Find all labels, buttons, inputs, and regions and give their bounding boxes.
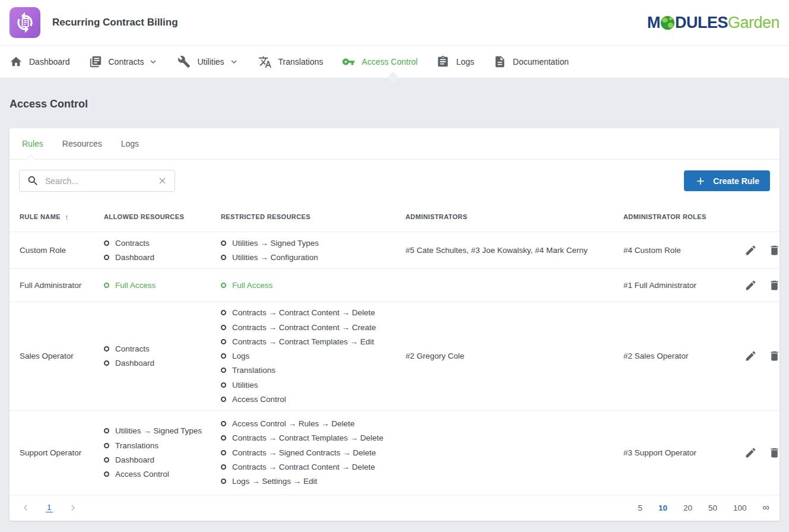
page-size-option[interactable]: 100 <box>733 504 747 512</box>
sort-asc-icon[interactable]: ↑ <box>65 213 69 221</box>
resource-item: Dashboard <box>104 452 221 467</box>
nav-label: Dashboard <box>29 57 70 66</box>
administrator-roles-cell: #2 Sales Operator <box>623 352 733 360</box>
resource-bullet-icon <box>221 479 226 484</box>
nav-item-translations[interactable]: Translations <box>249 46 333 78</box>
page-size-option[interactable]: 20 <box>683 504 692 512</box>
document-icon <box>493 55 506 68</box>
chevron-left-icon <box>20 502 31 514</box>
app-logo <box>9 7 40 38</box>
edit-button[interactable] <box>744 279 757 292</box>
page-size-option[interactable]: 50 <box>708 504 717 512</box>
tab-bar: Rules Resources Logs <box>9 128 780 160</box>
column-header-allowed-resources[interactable]: ALLOWED RESOURCES <box>104 213 221 220</box>
wrench-icon <box>178 55 191 68</box>
column-header-administrator-roles[interactable]: ADMINISTRATOR ROLES <box>623 213 733 220</box>
resource-item: Logs <box>221 349 405 363</box>
resource-bullet-icon <box>221 339 226 344</box>
resource-item: Contracts <box>104 236 221 250</box>
edit-button[interactable] <box>744 350 757 362</box>
chevron-down-icon <box>229 56 239 67</box>
access-control-card: Rules Resources Logs Create Rule RULE NA… <box>9 128 780 521</box>
resource-item: Utilities → Signed Types <box>221 236 405 250</box>
chevron-right-icon <box>67 502 79 514</box>
next-page-button[interactable] <box>67 502 79 514</box>
resource-bullet-icon <box>104 346 109 352</box>
column-header-rule-name[interactable]: RULE NAME ↑ <box>20 213 104 221</box>
edit-button[interactable] <box>744 446 757 459</box>
tab-logs[interactable]: Logs <box>112 128 148 159</box>
allowed-resources-list: Utilities → Signed Types Translations Da… <box>104 424 221 482</box>
restricted-resources-list: Utilities → Signed Types Utilities → Con… <box>221 236 405 265</box>
page-navigation: 1 <box>20 502 93 514</box>
modulesgarden-logo: M DULES Garden <box>647 14 780 32</box>
edit-button[interactable] <box>744 244 757 256</box>
brand-suffix: Garden <box>728 14 780 32</box>
resource-item: Full Access <box>221 278 405 292</box>
resource-item: Contracts → Signed Contracts → Delete <box>221 445 405 460</box>
column-header-restricted-resources[interactable]: RESTRICTED RESOURCES <box>221 213 405 220</box>
resource-bullet-icon <box>221 397 226 402</box>
nav-item-access-control[interactable]: Access Control <box>332 46 427 78</box>
administrator-roles-cell: #1 Full Administrator <box>623 281 733 290</box>
delete-button[interactable] <box>768 244 781 256</box>
administrators-cell: #5 Cate Schultes, #3 Joe Kowalsky, #4 Ma… <box>405 246 623 255</box>
globe-icon <box>661 16 674 30</box>
tab-rules[interactable]: Rules <box>12 128 53 159</box>
tab-resources[interactable]: Resources <box>53 128 112 159</box>
main-nav: Dashboard Contracts Utilities Translatio… <box>0 46 789 78</box>
administrator-roles-cell: #3 Support Operator <box>623 448 733 457</box>
plus-icon <box>695 175 706 187</box>
clear-search-icon[interactable] <box>157 176 167 186</box>
nav-item-logs[interactable]: Logs <box>427 46 483 78</box>
restricted-resources-list: Contracts → Contract Content → Delete Co… <box>221 306 405 407</box>
nav-label: Translations <box>278 57 324 66</box>
brand-middle: DULES <box>675 14 728 32</box>
restricted-resources-list: Access Control → Rules → Delete Contract… <box>221 416 405 488</box>
resource-item: Access Control <box>104 467 221 481</box>
trash-icon <box>768 446 781 459</box>
create-rule-button[interactable]: Create Rule <box>684 170 770 191</box>
table-header: RULE NAME ↑ ALLOWED RESOURCES RESTRICTED… <box>9 202 780 232</box>
resource-bullet-icon <box>221 240 226 246</box>
resource-item: Contracts → Contract Content → Delete <box>221 460 405 474</box>
current-page-number[interactable]: 1 <box>46 503 53 512</box>
resource-bullet-icon <box>221 310 226 315</box>
row-actions <box>733 446 781 459</box>
allowed-resources-list: Full Access <box>104 278 221 292</box>
nav-item-utilities[interactable]: Utilities <box>168 46 248 78</box>
resource-item: Dashboard <box>104 356 221 370</box>
resource-item: Contracts → Contract Templates → Edit <box>221 334 405 349</box>
key-icon <box>342 55 355 68</box>
delete-button[interactable] <box>768 350 781 362</box>
delete-button[interactable] <box>768 446 781 459</box>
resource-item: Translations <box>221 363 405 378</box>
nav-item-dashboard[interactable]: Dashboard <box>9 46 80 78</box>
page-size-option[interactable]: 5 <box>638 504 642 512</box>
nav-item-contracts[interactable]: Contracts <box>80 46 169 78</box>
resource-item: Full Access <box>104 278 221 292</box>
resource-bullet-icon <box>221 435 226 441</box>
recurring-contract-icon <box>14 11 36 34</box>
search-input[interactable] <box>45 176 151 186</box>
column-header-administrators[interactable]: ADMINISTRATORS <box>405 213 623 220</box>
table-row: Full Administrator Full Access Full Acce… <box>9 268 780 302</box>
page-size-option-unlimited[interactable]: ∞ <box>763 502 769 513</box>
search-box <box>19 170 175 192</box>
resource-bullet-icon <box>221 464 226 470</box>
home-icon <box>9 55 23 68</box>
toolbar: Create Rule <box>9 160 780 202</box>
resource-bullet-icon <box>104 471 109 477</box>
nav-label: Contracts <box>109 57 144 66</box>
previous-page-button[interactable] <box>20 502 31 514</box>
page-size-selector: 5 10 20 50 100 ∞ <box>622 502 769 513</box>
page-size-option-active[interactable]: 10 <box>658 504 667 512</box>
page-title: Access Control <box>0 78 789 128</box>
resource-bullet-icon <box>221 353 226 359</box>
resource-item: Access Control → Rules → Delete <box>221 416 405 430</box>
nav-item-documentation[interactable]: Documentation <box>484 46 578 78</box>
delete-button[interactable] <box>768 279 781 292</box>
resource-item: Access Control <box>221 392 405 406</box>
row-actions <box>733 279 781 292</box>
nav-label: Access Control <box>362 57 417 66</box>
